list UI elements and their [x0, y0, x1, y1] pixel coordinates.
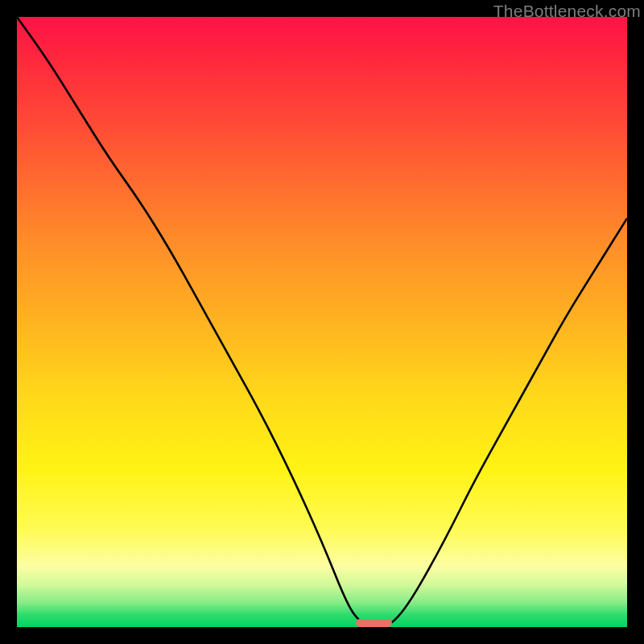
chart-frame [17, 17, 627, 627]
curve-svg [17, 17, 627, 627]
optimal-marker-pill [356, 619, 392, 627]
bottleneck-curve-path [17, 17, 627, 627]
watermark-text: TheBottleneck.com [493, 2, 641, 21]
